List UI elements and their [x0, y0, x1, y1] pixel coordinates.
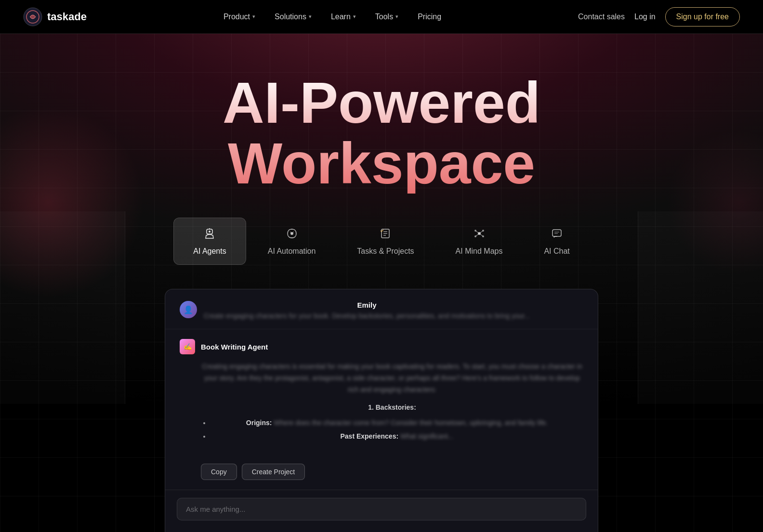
- list-item: Origins: Where does the character come f…: [210, 417, 583, 429]
- hero-content: AI-Powered Workspace AI Agents: [19, 72, 744, 532]
- tab-ai-mind-maps[interactable]: AI Mind Maps: [436, 218, 523, 265]
- copy-button[interactable]: Copy: [201, 464, 237, 480]
- nav-learn[interactable]: Learn ▾: [323, 9, 364, 25]
- nav-product[interactable]: Product ▾: [216, 9, 263, 25]
- agent-header: ✍️ Book Writing Agent: [180, 339, 583, 354]
- bullet-text-2: What significant...: [400, 432, 454, 440]
- tab-ai-chat[interactable]: AI Chat: [524, 218, 589, 265]
- bullet-term-1: Origins:: [246, 419, 272, 427]
- nav-solutions[interactable]: Solutions ▾: [267, 9, 319, 25]
- hero-title: AI-Powered Workspace: [19, 72, 744, 194]
- user-avatar: 👤: [180, 301, 197, 318]
- user-message-content: Emily Create engaging characters for you…: [204, 301, 530, 321]
- logo-text: taskade: [47, 11, 87, 23]
- tasks-projects-icon: [379, 227, 392, 242]
- ai-chat-icon: [550, 227, 564, 242]
- agent-message: ✍️ Book Writing Agent Creating engaging …: [165, 329, 598, 456]
- ai-mind-maps-icon: [473, 227, 486, 242]
- tab-ai-automation[interactable]: AI Automation: [248, 218, 336, 265]
- feature-tabs: AI Agents AI Automation: [19, 218, 744, 265]
- nav-tools[interactable]: Tools ▾: [368, 9, 406, 25]
- agent-body: Creating engaging characters is essentia…: [180, 361, 583, 442]
- logo[interactable]: taskade: [23, 7, 87, 26]
- user-message: 👤 Emily Create engaging characters for y…: [165, 289, 598, 329]
- chevron-down-icon: ▾: [353, 13, 356, 20]
- svg-line-15: [475, 231, 479, 234]
- list-item: Past Experiences: What significant...: [210, 431, 583, 442]
- nav-pricing[interactable]: Pricing: [410, 9, 449, 25]
- tab-tasks-projects[interactable]: Tasks & Projects: [337, 218, 434, 265]
- chat-input[interactable]: [177, 498, 586, 520]
- agent-intro: Creating engaging characters is essentia…: [201, 361, 583, 395]
- chevron-down-icon: ▾: [395, 13, 398, 20]
- demo-container: 👤 Emily Create engaging characters for y…: [165, 289, 598, 532]
- svg-line-18: [479, 234, 483, 236]
- contact-sales-link[interactable]: Contact sales: [578, 13, 625, 21]
- svg-rect-19: [553, 230, 561, 236]
- chevron-down-icon: ▾: [309, 13, 312, 20]
- agent-name: Book Writing Agent: [201, 343, 268, 351]
- svg-line-17: [475, 234, 479, 236]
- action-buttons: Copy Create Project: [165, 456, 598, 490]
- user-message-text: Create engaging characters for your book…: [204, 311, 530, 321]
- agent-list: Origins: Where does the character come f…: [201, 417, 583, 442]
- create-project-button[interactable]: Create Project: [242, 464, 305, 480]
- navbar: taskade Product ▾ Solutions ▾ Learn ▾ To…: [0, 0, 763, 34]
- bullet-text-1: Where does the character come from? Cons…: [274, 419, 548, 427]
- bullet-term-2: Past Experiences:: [340, 432, 398, 440]
- tab-ai-agents[interactable]: AI Agents: [173, 218, 246, 265]
- logo-icon: [23, 7, 42, 26]
- agent-section-heading: 1. Backstories:: [201, 402, 583, 414]
- chevron-down-icon: ▾: [252, 13, 255, 20]
- ai-agents-icon: [203, 227, 216, 242]
- nav-right: Contact sales Log in Sign up for free: [578, 7, 740, 26]
- svg-point-3: [209, 231, 210, 233]
- svg-line-16: [479, 231, 483, 234]
- chat-tools: ⚡ Commands 📄 View prompts: [165, 528, 598, 532]
- chat-input-area: [165, 490, 598, 528]
- demo-card: 👤 Emily Create engaging characters for y…: [165, 289, 598, 532]
- nav-links: Product ▾ Solutions ▾ Learn ▾ Tools ▾ Pr…: [216, 9, 449, 25]
- agent-avatar: ✍️: [180, 339, 195, 354]
- user-name: Emily: [204, 301, 530, 309]
- signup-button[interactable]: Sign up for free: [665, 7, 740, 26]
- login-link[interactable]: Log in: [634, 13, 656, 21]
- hero-section: AI-Powered Workspace AI Agents: [0, 34, 763, 532]
- ai-automation-icon: [285, 227, 299, 242]
